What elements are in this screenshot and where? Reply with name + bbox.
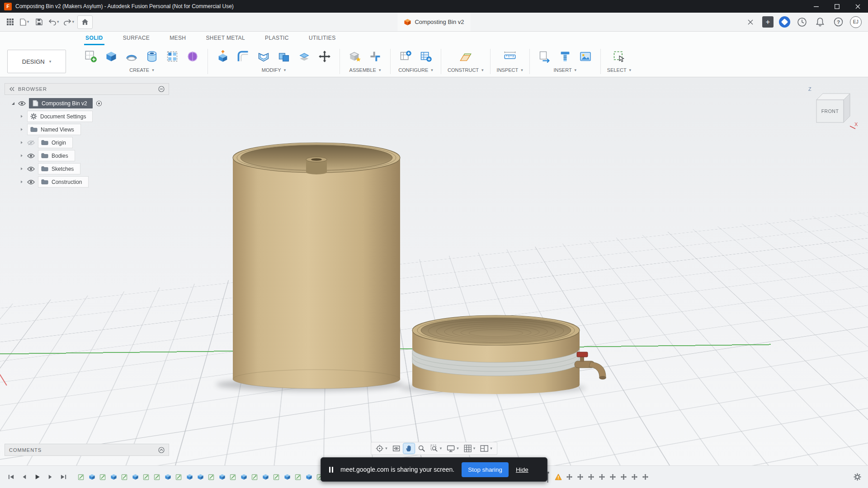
- timeline-sketch-icon[interactable]: [229, 472, 236, 483]
- tree-row-construction[interactable]: Construction: [20, 176, 169, 188]
- insert-canvas-icon[interactable]: [577, 47, 594, 66]
- timeline-feature-icon[interactable]: [132, 472, 139, 483]
- expand-icon[interactable]: [20, 114, 24, 118]
- visibility-eye-icon[interactable]: [27, 166, 35, 172]
- timeline-sketch-icon[interactable]: [99, 472, 106, 483]
- assemble-dropdown[interactable]: ASSEMBLE▾: [349, 67, 381, 73]
- timeline-feature-icon[interactable]: [88, 472, 95, 483]
- configure-dropdown[interactable]: CONFIGURE▾: [398, 67, 433, 73]
- select-dropdown[interactable]: SELECT▾: [607, 67, 631, 73]
- file-menu-button[interactable]: ▾: [18, 15, 31, 29]
- measure-icon[interactable]: [501, 47, 519, 66]
- offset-face-icon[interactable]: [296, 47, 313, 66]
- minimize-panel-icon[interactable]: [158, 86, 165, 92]
- timeline-settings-gear-icon[interactable]: [852, 472, 863, 483]
- timeline-sketch-icon[interactable]: [175, 472, 182, 483]
- timeline-feature-icon[interactable]: [218, 472, 226, 483]
- orbit-button[interactable]: ▾: [374, 443, 389, 454]
- workspace-selector[interactable]: DESIGN ▾: [7, 50, 66, 73]
- tree-item-label[interactable]: Bodies: [52, 153, 68, 159]
- zoom-window-button[interactable]: ▾: [429, 443, 444, 454]
- root-component-label[interactable]: Composting Bin v2: [42, 100, 87, 107]
- inspect-dropdown[interactable]: INSPECT▾: [497, 67, 523, 73]
- joint-icon[interactable]: [367, 47, 384, 66]
- minimize-button[interactable]: [806, 0, 826, 13]
- tree-row-named-views[interactable]: Named Views: [20, 124, 169, 135]
- document-tab[interactable]: Composting Bin v2: [397, 13, 470, 31]
- grid-snap-button[interactable]: ▾: [462, 443, 477, 454]
- timeline-warning-icon[interactable]: [555, 472, 562, 483]
- extensions-icon[interactable]: [779, 16, 790, 28]
- timeline-play-button[interactable]: [32, 472, 42, 483]
- create-form-icon[interactable]: [184, 47, 201, 66]
- move-copy-icon[interactable]: [316, 47, 333, 66]
- hide-banner-link[interactable]: Hide: [516, 466, 528, 473]
- tree-item-label[interactable]: Document Settings: [40, 113, 86, 120]
- stop-sharing-button[interactable]: Stop sharing: [462, 462, 509, 477]
- configuration-icon[interactable]: [397, 47, 414, 66]
- body-outer-bin[interactable]: [233, 143, 400, 389]
- modify-dropdown[interactable]: MODIFY▾: [262, 67, 286, 73]
- fillet-icon[interactable]: [235, 47, 252, 66]
- save-button[interactable]: [33, 15, 45, 29]
- timeline-skip-start-button[interactable]: [5, 472, 16, 483]
- tree-item-label[interactable]: Named Views: [41, 127, 74, 133]
- timeline-sketch-icon[interactable]: [294, 472, 302, 483]
- timeline-sketch-icon[interactable]: [153, 472, 160, 483]
- expand-icon[interactable]: [20, 154, 24, 158]
- expand-icon[interactable]: [20, 167, 24, 171]
- extrude-icon[interactable]: [103, 47, 120, 66]
- construct-plane-icon[interactable]: [457, 47, 474, 66]
- timeline-feature-icon[interactable]: [283, 472, 291, 483]
- zoom-button[interactable]: [416, 443, 427, 454]
- timeline-step-forward-button[interactable]: [45, 472, 56, 483]
- timeline-sketch-icon[interactable]: [273, 472, 280, 483]
- revolve-icon[interactable]: [123, 47, 140, 66]
- tree-item-label[interactable]: Sketches: [52, 166, 74, 172]
- tree-item-label[interactable]: Origin: [52, 140, 66, 146]
- new-component-icon[interactable]: [346, 47, 363, 66]
- tree-row-document-settings[interactable]: Document Settings: [20, 111, 169, 122]
- display-settings-button[interactable]: ▾: [445, 444, 461, 454]
- tab-mesh[interactable]: MESH: [168, 33, 187, 45]
- timeline-move-icon[interactable]: [587, 472, 594, 483]
- construct-dropdown[interactable]: CONSTRUCT▾: [448, 67, 484, 73]
- tree-row-sketches[interactable]: Sketches: [20, 163, 169, 174]
- timeline-move-icon[interactable]: [642, 472, 649, 483]
- notifications-bell-icon[interactable]: [814, 15, 826, 29]
- job-status-icon[interactable]: [796, 15, 808, 29]
- viewports-button[interactable]: ▾: [478, 444, 494, 453]
- insert-derive-icon[interactable]: [536, 47, 553, 66]
- timeline-sketch-icon[interactable]: [121, 472, 128, 483]
- timeline-feature-icon[interactable]: [164, 472, 171, 483]
- tab-plastic[interactable]: PLASTIC: [264, 33, 290, 45]
- new-tab-button[interactable]: +: [762, 16, 774, 28]
- activate-component-radio[interactable]: [96, 100, 102, 107]
- insert-dropdown[interactable]: INSERT▾: [553, 67, 576, 73]
- timeline-feature-icon[interactable]: [240, 472, 247, 483]
- timeline-feature-icon[interactable]: [262, 472, 269, 483]
- visibility-eye-off-icon[interactable]: [27, 140, 35, 145]
- visibility-eye-icon[interactable]: [27, 153, 35, 159]
- home-button[interactable]: [77, 15, 93, 29]
- timeline-move-icon[interactable]: [576, 472, 584, 483]
- browser-header[interactable]: BROWSER: [5, 83, 169, 95]
- tab-utilities[interactable]: UTILITIES: [307, 33, 337, 45]
- maximize-button[interactable]: [826, 0, 847, 13]
- redo-button[interactable]: ▾: [62, 15, 76, 29]
- close-tab-icon[interactable]: [744, 15, 757, 29]
- expand-icon[interactable]: [20, 127, 24, 131]
- timeline-sketch-icon[interactable]: [142, 472, 150, 483]
- timeline-sketch-icon[interactable]: [208, 472, 215, 483]
- timeline-feature-icon[interactable]: [110, 472, 117, 483]
- insert-fastener-icon[interactable]: [557, 47, 574, 66]
- timeline-feature-icon[interactable]: [186, 472, 193, 483]
- pan-button[interactable]: [403, 443, 415, 454]
- timeline-step-back-button[interactable]: [19, 472, 29, 483]
- configuration-table-icon[interactable]: [417, 47, 434, 66]
- body-base-dish[interactable]: [412, 315, 606, 394]
- expand-icon[interactable]: [20, 141, 24, 145]
- view-cube[interactable]: Z FRONT X: [806, 84, 858, 131]
- tree-row-origin[interactable]: Origin: [20, 137, 169, 148]
- timeline-feature-icon[interactable]: [197, 472, 204, 483]
